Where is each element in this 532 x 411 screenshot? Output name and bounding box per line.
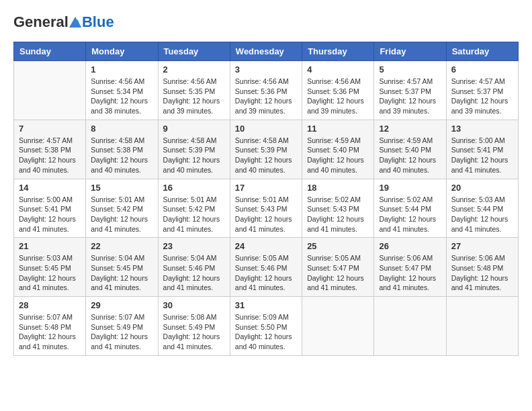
day-info: Sunrise: 5:05 AMSunset: 5:46 PMDaylight:… bbox=[235, 253, 297, 293]
calendar-cell: 31Sunrise: 5:09 AMSunset: 5:50 PMDayligh… bbox=[230, 297, 302, 356]
calendar-cell: 5Sunrise: 4:57 AMSunset: 5:37 PMDaylight… bbox=[374, 61, 446, 120]
day-info: Sunrise: 5:03 AMSunset: 5:44 PMDaylight:… bbox=[451, 195, 513, 234]
calendar-week-row: 1Sunrise: 4:56 AMSunset: 5:34 PMDaylight… bbox=[14, 61, 519, 120]
day-info: Sunrise: 5:07 AMSunset: 5:48 PMDaylight:… bbox=[19, 312, 81, 352]
day-number: 12 bbox=[379, 124, 441, 134]
calendar-cell: 2Sunrise: 4:56 AMSunset: 5:35 PMDaylight… bbox=[158, 61, 230, 120]
day-number: 15 bbox=[91, 183, 152, 193]
day-number: 2 bbox=[163, 64, 225, 75]
day-number: 26 bbox=[379, 241, 441, 251]
logo: General Blue bbox=[13, 13, 114, 31]
day-info: Sunrise: 4:57 AMSunset: 5:37 PMDaylight:… bbox=[379, 77, 441, 116]
column-header-thursday: Thursday bbox=[302, 42, 374, 61]
day-info: Sunrise: 4:56 AMSunset: 5:35 PMDaylight:… bbox=[163, 77, 225, 116]
calendar-cell: 22Sunrise: 5:04 AMSunset: 5:45 PMDayligh… bbox=[86, 238, 158, 297]
day-info: Sunrise: 4:56 AMSunset: 5:36 PMDaylight:… bbox=[235, 77, 297, 116]
day-number: 31 bbox=[235, 300, 297, 310]
day-info: Sunrise: 4:58 AMSunset: 5:39 PMDaylight:… bbox=[235, 136, 297, 175]
day-info: Sunrise: 4:56 AMSunset: 5:36 PMDaylight:… bbox=[307, 77, 369, 116]
calendar-cell: 4Sunrise: 4:56 AMSunset: 5:36 PMDaylight… bbox=[302, 61, 374, 120]
day-number: 4 bbox=[307, 64, 369, 75]
calendar-cell: 20Sunrise: 5:03 AMSunset: 5:44 PMDayligh… bbox=[446, 179, 518, 238]
day-number: 11 bbox=[307, 124, 369, 134]
calendar-cell: 18Sunrise: 5:02 AMSunset: 5:43 PMDayligh… bbox=[302, 179, 374, 238]
calendar-header-row: SundayMondayTuesdayWednesdayThursdayFrid… bbox=[14, 42, 519, 61]
column-header-wednesday: Wednesday bbox=[230, 42, 302, 61]
day-info: Sunrise: 5:09 AMSunset: 5:50 PMDaylight:… bbox=[235, 312, 297, 352]
day-info: Sunrise: 5:03 AMSunset: 5:45 PMDaylight:… bbox=[19, 253, 81, 293]
calendar-cell: 19Sunrise: 5:02 AMSunset: 5:44 PMDayligh… bbox=[374, 179, 446, 238]
day-number: 16 bbox=[163, 183, 225, 193]
day-info: Sunrise: 4:59 AMSunset: 5:40 PMDaylight:… bbox=[307, 136, 369, 175]
column-header-saturday: Saturday bbox=[446, 42, 518, 61]
calendar-cell: 9Sunrise: 4:58 AMSunset: 5:39 PMDaylight… bbox=[158, 120, 230, 179]
day-info: Sunrise: 5:06 AMSunset: 5:47 PMDaylight:… bbox=[379, 253, 441, 293]
day-info: Sunrise: 5:04 AMSunset: 5:46 PMDaylight:… bbox=[163, 253, 225, 293]
calendar-cell bbox=[374, 297, 446, 356]
calendar-cell: 6Sunrise: 4:57 AMSunset: 5:37 PMDaylight… bbox=[446, 61, 518, 120]
day-info: Sunrise: 4:58 AMSunset: 5:38 PMDaylight:… bbox=[91, 136, 152, 175]
column-header-monday: Monday bbox=[86, 42, 158, 61]
day-info: Sunrise: 4:56 AMSunset: 5:34 PMDaylight:… bbox=[91, 77, 152, 116]
day-number: 28 bbox=[19, 300, 81, 310]
day-number: 20 bbox=[451, 183, 513, 193]
column-header-tuesday: Tuesday bbox=[158, 42, 230, 61]
day-info: Sunrise: 5:01 AMSunset: 5:42 PMDaylight:… bbox=[163, 195, 225, 234]
calendar-cell: 10Sunrise: 4:58 AMSunset: 5:39 PMDayligh… bbox=[230, 120, 302, 179]
day-info: Sunrise: 5:05 AMSunset: 5:47 PMDaylight:… bbox=[307, 253, 369, 293]
day-info: Sunrise: 5:00 AMSunset: 5:41 PMDaylight:… bbox=[451, 136, 513, 175]
calendar-week-row: 7Sunrise: 4:57 AMSunset: 5:38 PMDaylight… bbox=[14, 120, 519, 179]
calendar-cell: 23Sunrise: 5:04 AMSunset: 5:46 PMDayligh… bbox=[158, 238, 230, 297]
calendar-cell: 14Sunrise: 5:00 AMSunset: 5:41 PMDayligh… bbox=[14, 179, 86, 238]
calendar-cell bbox=[14, 61, 86, 120]
day-number: 30 bbox=[163, 300, 225, 310]
day-number: 1 bbox=[91, 64, 152, 75]
calendar-table: SundayMondayTuesdayWednesdayThursdayFrid… bbox=[13, 42, 519, 356]
day-number: 29 bbox=[91, 300, 152, 310]
calendar-cell: 30Sunrise: 5:08 AMSunset: 5:49 PMDayligh… bbox=[158, 297, 230, 356]
day-info: Sunrise: 4:59 AMSunset: 5:40 PMDaylight:… bbox=[379, 136, 441, 175]
day-number: 10 bbox=[235, 124, 297, 134]
logo-blue-text: Blue bbox=[82, 13, 114, 31]
calendar-cell: 29Sunrise: 5:07 AMSunset: 5:49 PMDayligh… bbox=[86, 297, 158, 356]
day-info: Sunrise: 5:02 AMSunset: 5:43 PMDaylight:… bbox=[307, 195, 369, 234]
calendar-cell: 27Sunrise: 5:06 AMSunset: 5:48 PMDayligh… bbox=[446, 238, 518, 297]
page-header: General Blue bbox=[13, 13, 519, 31]
day-info: Sunrise: 4:57 AMSunset: 5:38 PMDaylight:… bbox=[19, 136, 81, 175]
calendar-cell: 16Sunrise: 5:01 AMSunset: 5:42 PMDayligh… bbox=[158, 179, 230, 238]
day-number: 3 bbox=[235, 64, 297, 75]
calendar-week-row: 14Sunrise: 5:00 AMSunset: 5:41 PMDayligh… bbox=[14, 179, 519, 238]
calendar-cell: 8Sunrise: 4:58 AMSunset: 5:38 PMDaylight… bbox=[86, 120, 158, 179]
day-number: 14 bbox=[19, 183, 81, 193]
column-header-sunday: Sunday bbox=[14, 42, 86, 61]
day-info: Sunrise: 4:57 AMSunset: 5:37 PMDaylight:… bbox=[451, 77, 513, 116]
calendar-cell: 25Sunrise: 5:05 AMSunset: 5:47 PMDayligh… bbox=[302, 238, 374, 297]
day-number: 22 bbox=[91, 241, 152, 251]
column-header-friday: Friday bbox=[374, 42, 446, 61]
day-number: 6 bbox=[451, 64, 513, 75]
day-number: 19 bbox=[379, 183, 441, 193]
calendar-cell: 7Sunrise: 4:57 AMSunset: 5:38 PMDaylight… bbox=[14, 120, 86, 179]
day-number: 18 bbox=[307, 183, 369, 193]
calendar-cell: 28Sunrise: 5:07 AMSunset: 5:48 PMDayligh… bbox=[14, 297, 86, 356]
day-number: 21 bbox=[19, 241, 81, 251]
calendar-cell: 12Sunrise: 4:59 AMSunset: 5:40 PMDayligh… bbox=[374, 120, 446, 179]
day-info: Sunrise: 5:01 AMSunset: 5:42 PMDaylight:… bbox=[91, 195, 152, 234]
calendar-cell: 15Sunrise: 5:01 AMSunset: 5:42 PMDayligh… bbox=[86, 179, 158, 238]
day-info: Sunrise: 5:00 AMSunset: 5:41 PMDaylight:… bbox=[19, 195, 81, 234]
day-info: Sunrise: 5:08 AMSunset: 5:49 PMDaylight:… bbox=[163, 312, 225, 352]
day-info: Sunrise: 5:04 AMSunset: 5:45 PMDaylight:… bbox=[91, 253, 152, 293]
day-number: 17 bbox=[235, 183, 297, 193]
calendar-week-row: 21Sunrise: 5:03 AMSunset: 5:45 PMDayligh… bbox=[14, 238, 519, 297]
calendar-cell: 26Sunrise: 5:06 AMSunset: 5:47 PMDayligh… bbox=[374, 238, 446, 297]
day-info: Sunrise: 5:07 AMSunset: 5:49 PMDaylight:… bbox=[91, 312, 152, 352]
day-info: Sunrise: 4:58 AMSunset: 5:39 PMDaylight:… bbox=[163, 136, 225, 175]
calendar-cell bbox=[302, 297, 374, 356]
calendar-cell: 3Sunrise: 4:56 AMSunset: 5:36 PMDaylight… bbox=[230, 61, 302, 120]
logo-icon bbox=[69, 16, 81, 28]
day-number: 13 bbox=[451, 124, 513, 134]
calendar-cell: 1Sunrise: 4:56 AMSunset: 5:34 PMDaylight… bbox=[86, 61, 158, 120]
day-info: Sunrise: 5:01 AMSunset: 5:43 PMDaylight:… bbox=[235, 195, 297, 234]
calendar-cell: 13Sunrise: 5:00 AMSunset: 5:41 PMDayligh… bbox=[446, 120, 518, 179]
day-number: 27 bbox=[451, 241, 513, 251]
